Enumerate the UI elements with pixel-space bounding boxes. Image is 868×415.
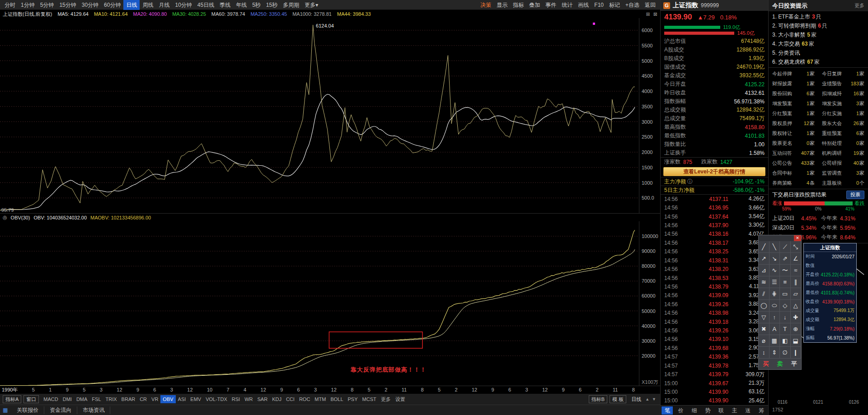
event-财报披露[interactable]: 财报披露1家 <box>769 79 818 89</box>
tool-显示[interactable]: 显示 <box>494 0 510 10</box>
indicator-DMI[interactable]: DMI <box>61 394 74 405</box>
up-arrow-mark-icon[interactable]: ↑ <box>769 312 780 323</box>
indicator-CCI[interactable]: CCI <box>284 394 297 405</box>
trend-line-icon[interactable]: ╱ <box>759 241 769 253</box>
period-5分钟[interactable]: 5分钟 <box>38 0 57 10</box>
triple-wave-icon[interactable]: ≋ <box>759 276 769 288</box>
wave-tool-icon[interactable]: ∿ <box>769 265 780 276</box>
period-年线[interactable]: 年线 <box>233 0 249 10</box>
cross-mark-icon[interactable]: ✚ <box>791 312 802 323</box>
indicator-更多[interactable]: 更多 <box>379 394 393 405</box>
event-业绩预告[interactable]: 业绩预告183家 <box>818 79 868 89</box>
period-15分钟[interactable]: 15分钟 <box>56 0 79 10</box>
tool-画线[interactable]: 画线 <box>575 0 591 10</box>
period-分时[interactable]: 分时 <box>2 0 18 10</box>
pane-grid-icon[interactable]: ⊞ <box>646 11 650 17</box>
indicator-WR[interactable]: WR <box>242 394 255 405</box>
tip-item[interactable]: 5. 分类资讯 <box>769 48 868 57</box>
period-季线[interactable]: 季线 <box>217 0 233 10</box>
period-45日线[interactable]: 45日线 <box>195 0 217 10</box>
tip-item[interactable]: 2. 可转债即将到期6只 <box>769 21 868 30</box>
label-tool-icon[interactable]: T <box>780 323 791 335</box>
event-公司研报[interactable]: 公司研报40家 <box>818 158 868 168</box>
event-股权转让[interactable]: 股权转让1家 <box>769 128 818 138</box>
grid-lines-icon[interactable]: ⋕ <box>769 288 780 300</box>
period-月线[interactable]: 月线 <box>156 0 172 10</box>
indicator-设置[interactable]: 设置 <box>393 394 408 405</box>
event-今起停牌[interactable]: 今起停牌1家 <box>769 69 818 79</box>
event-拟增减持[interactable]: 拟增减持16家 <box>818 89 868 98</box>
more-link[interactable]: 更多 <box>854 2 864 9</box>
event-今日复牌[interactable]: 今日复牌1家 <box>818 69 868 79</box>
pattern-fill-icon[interactable]: ▦ <box>769 335 780 347</box>
parallelogram-tool-icon[interactable]: ▱ <box>791 288 802 300</box>
event-股票更名[interactable]: 股票更名0家 <box>769 138 818 148</box>
half-fill-bottom-icon[interactable]: ⬓ <box>791 335 802 347</box>
quote-tab-笔[interactable]: 笔 <box>662 406 673 415</box>
event-特别处理[interactable]: 特别处理0家 <box>818 138 868 148</box>
quote-tab-细[interactable]: 细 <box>689 406 700 415</box>
period-1分钟[interactable]: 1分钟 <box>18 0 38 10</box>
indicator-group-窗口[interactable]: 窗口 <box>23 395 39 403</box>
double-wave-icon[interactable]: ≈ <box>791 265 802 276</box>
tip-item[interactable]: 4. 大宗交易63家 <box>769 39 868 48</box>
curve-tool-icon[interactable]: 〜 <box>780 265 791 276</box>
indicator-MTM[interactable]: MTM <box>312 394 328 405</box>
x-mark-icon[interactable]: ✖ <box>759 323 769 335</box>
strike-circle-icon[interactable]: ⌀ <box>759 335 769 347</box>
quote-tab-价[interactable]: 价 <box>675 406 686 415</box>
event-股权质押[interactable]: 股权质押12家 <box>769 118 818 128</box>
event-增发预案[interactable]: 增发预案1家 <box>769 98 818 108</box>
indicator-BRAR[interactable]: BRAR <box>119 394 138 405</box>
indicator-box-模 板[interactable]: 模 板 <box>610 395 626 403</box>
slanted-parallel-icon[interactable]: ⫽ <box>759 288 769 300</box>
indicator-DMA[interactable]: DMA <box>74 394 89 405</box>
vertical-range-icon[interactable]: ↕ <box>759 347 769 359</box>
obv-chart[interactable]: 靠大反弹把底部做高！！！ <box>0 221 639 386</box>
quote-tab-筹[interactable]: 筹 <box>756 406 767 415</box>
mark-买[interactable]: 买 <box>759 359 773 369</box>
event-监管调查[interactable]: 监管调查3家 <box>818 168 868 178</box>
half-fill-left-icon[interactable]: ◧ <box>780 335 791 347</box>
measure-line-icon[interactable]: ❙ <box>791 347 802 359</box>
event-增发实施[interactable]: 增发实施3家 <box>818 98 868 108</box>
event-公司公告[interactable]: 公司公告433家 <box>769 158 818 168</box>
event-互动问答[interactable]: 互动问答407家 <box>769 148 818 158</box>
tool-叠加[interactable]: 叠加 <box>526 0 543 10</box>
gann-triangle-icon[interactable]: ⊿ <box>759 265 769 276</box>
tip-item[interactable]: 1. ETF基金上市3只 <box>769 12 868 21</box>
info-icon[interactable]: ⓘ <box>687 178 693 186</box>
event-合同中标[interactable]: 合同中标1家 <box>769 168 818 178</box>
expand-range-icon[interactable]: ⇕ <box>769 347 780 359</box>
indicator-CR[interactable]: CR <box>137 394 149 405</box>
indicator-ASI[interactable]: ASI <box>176 394 188 405</box>
indicator-period[interactable]: 日线 <box>629 396 644 403</box>
quote-tab-联[interactable]: 联 <box>715 406 727 415</box>
indicator-KDJ[interactable]: KDJ <box>270 394 284 405</box>
indicator-OBV[interactable]: OBV <box>160 395 175 403</box>
period-10分钟[interactable]: 10分钟 <box>172 0 194 10</box>
double-arrow-icon[interactable]: ⇗ <box>780 253 791 265</box>
event-重组预案[interactable]: 重组预案6家 <box>818 128 868 138</box>
ellipse-tool-icon[interactable]: ⬭ <box>769 300 780 312</box>
ray-line-icon[interactable]: ⟋ <box>780 241 791 253</box>
statusbar-市场资讯[interactable]: 市场资讯 <box>77 406 110 414</box>
indicator-group-指标A[interactable]: 指标A <box>3 395 21 403</box>
parallel-lines-icon[interactable]: ≡ <box>780 276 791 288</box>
tip-item[interactable]: 6. 交易龙虎榜67家 <box>769 57 868 66</box>
indicator-TRIX[interactable]: TRIX <box>103 394 119 405</box>
diamond-tool-icon[interactable]: ◇ <box>780 300 791 312</box>
target-mark-icon[interactable]: ⊕ <box>791 323 802 335</box>
text-tool-icon[interactable]: A <box>769 323 780 335</box>
circle-tool-icon[interactable]: ◯ <box>759 300 769 312</box>
event-分红预案[interactable]: 分红预案1家 <box>769 108 818 118</box>
event-分红实施[interactable]: 分红实施1家 <box>818 108 868 118</box>
tool-F10[interactable]: F10 <box>591 0 606 10</box>
mark-平[interactable]: 平 <box>787 359 801 369</box>
indicator-MCST[interactable]: MCST <box>360 394 379 405</box>
period-周线[interactable]: 周线 <box>140 0 156 10</box>
indicator-PSY[interactable]: PSY <box>346 394 360 405</box>
period-5秒[interactable]: 5秒 <box>249 0 263 10</box>
tool-事件[interactable]: 事件 <box>543 0 559 10</box>
period-多周期[interactable]: 多周期 <box>280 0 302 10</box>
